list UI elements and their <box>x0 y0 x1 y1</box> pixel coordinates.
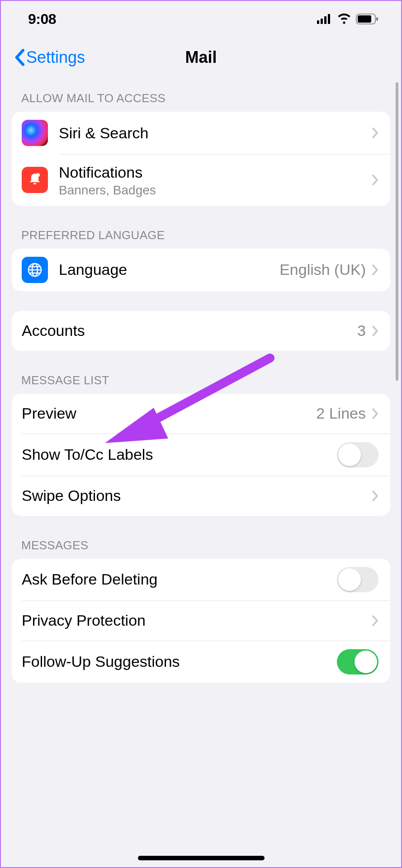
wifi-icon <box>337 14 351 24</box>
chevron-right-icon <box>372 127 378 138</box>
row-title: Siri & Search <box>59 123 372 143</box>
svg-rect-0 <box>317 20 319 24</box>
scroll-indicator[interactable] <box>396 82 398 381</box>
section-header-message-list: Message List <box>1 351 401 394</box>
row-title: Follow-Up Suggestions <box>22 652 337 671</box>
row-value: 2 Lines <box>316 405 366 422</box>
toggle-follow-up[interactable] <box>337 649 378 675</box>
svg-rect-2 <box>324 16 326 24</box>
section-header-messages: Messages <box>1 516 401 559</box>
chevron-left-icon <box>14 49 24 66</box>
row-language[interactable]: Language English (UK) <box>12 249 390 291</box>
notifications-icon <box>22 167 48 193</box>
row-privacy-protection[interactable]: Privacy Protection <box>12 601 390 641</box>
globe-icon <box>22 257 48 283</box>
chevron-right-icon <box>372 175 378 185</box>
cellular-icon <box>317 14 332 24</box>
row-value: English (UK) <box>279 261 366 278</box>
svg-rect-3 <box>328 14 330 24</box>
chevron-right-icon <box>372 326 378 336</box>
nav-bar: Settings Mail <box>1 37 401 78</box>
back-label: Settings <box>26 48 85 67</box>
row-title: Preview <box>22 404 316 423</box>
toggle-ask-before-deleting[interactable] <box>337 567 378 592</box>
back-button[interactable]: Settings <box>14 48 85 67</box>
row-title: Notifications <box>59 163 372 182</box>
group-access: Siri & Search Notifications Banners, Bad… <box>12 112 390 206</box>
row-title: Accounts <box>22 321 357 340</box>
section-header-language: Preferred Language <box>1 206 401 249</box>
home-indicator[interactable] <box>138 856 265 860</box>
svg-rect-5 <box>358 15 371 23</box>
row-preview[interactable]: Preview 2 Lines <box>12 394 390 434</box>
row-title: Privacy Protection <box>22 611 372 630</box>
row-title: Ask Before Deleting <box>22 570 337 589</box>
svg-rect-6 <box>376 17 378 21</box>
row-swipe-options[interactable]: Swipe Options <box>12 476 390 516</box>
row-title: Swipe Options <box>22 486 372 505</box>
svg-point-7 <box>36 173 40 177</box>
row-accounts[interactable]: Accounts 3 <box>12 311 390 351</box>
row-value: 3 <box>357 322 366 340</box>
chevron-right-icon <box>372 264 378 275</box>
group-messages: Ask Before Deleting Privacy Protection F… <box>12 559 390 683</box>
group-accounts: Accounts 3 <box>12 311 390 351</box>
row-show-to-cc[interactable]: Show To/Cc Labels <box>12 434 390 476</box>
group-message-list: Preview 2 Lines Show To/Cc Labels Swipe … <box>12 394 390 516</box>
chevron-right-icon <box>372 615 378 626</box>
status-time: 9:08 <box>28 11 56 28</box>
section-header-access: Allow Mail to Access <box>1 78 401 112</box>
row-title: Language <box>59 260 279 279</box>
row-follow-up-suggestions[interactable]: Follow-Up Suggestions <box>12 641 390 683</box>
row-ask-before-deleting[interactable]: Ask Before Deleting <box>12 559 390 600</box>
status-bar: 9:08 <box>1 1 401 37</box>
battery-icon <box>356 14 378 24</box>
row-subtitle: Banners, Badges <box>59 183 372 198</box>
status-icons <box>317 14 378 24</box>
svg-rect-1 <box>321 19 323 24</box>
row-notifications[interactable]: Notifications Banners, Badges <box>12 155 390 206</box>
siri-icon <box>22 120 48 146</box>
chevron-right-icon <box>372 408 378 419</box>
row-title: Show To/Cc Labels <box>22 445 337 464</box>
page-title: Mail <box>185 48 217 67</box>
row-siri-search[interactable]: Siri & Search <box>12 112 390 154</box>
toggle-to-cc[interactable] <box>337 442 378 467</box>
chevron-right-icon <box>372 491 378 501</box>
group-language: Language English (UK) <box>12 249 390 291</box>
